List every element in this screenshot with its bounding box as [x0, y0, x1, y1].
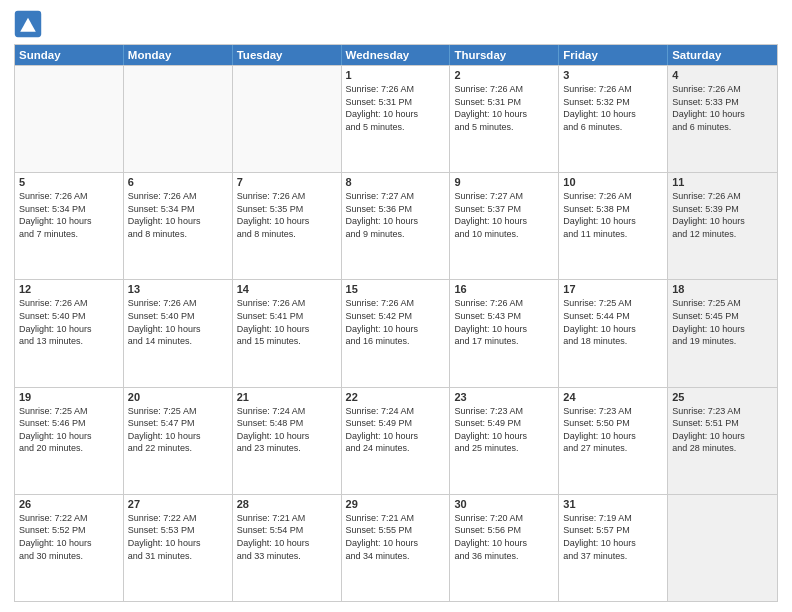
day-number: 31: [563, 498, 663, 510]
day-info: Sunrise: 7:27 AM Sunset: 5:36 PM Dayligh…: [346, 190, 446, 240]
day-number: 16: [454, 283, 554, 295]
weekday-header-tuesday: Tuesday: [233, 45, 342, 65]
day-info: Sunrise: 7:26 AM Sunset: 5:34 PM Dayligh…: [128, 190, 228, 240]
header: [14, 10, 778, 38]
day-info: Sunrise: 7:26 AM Sunset: 5:35 PM Dayligh…: [237, 190, 337, 240]
day-info: Sunrise: 7:21 AM Sunset: 5:54 PM Dayligh…: [237, 512, 337, 562]
cal-cell-2-1: 5Sunrise: 7:26 AM Sunset: 5:34 PM Daylig…: [15, 173, 124, 279]
cal-cell-5-3: 28Sunrise: 7:21 AM Sunset: 5:54 PM Dayli…: [233, 495, 342, 601]
day-info: Sunrise: 7:26 AM Sunset: 5:34 PM Dayligh…: [19, 190, 119, 240]
day-number: 8: [346, 176, 446, 188]
cal-cell-2-5: 9Sunrise: 7:27 AM Sunset: 5:37 PM Daylig…: [450, 173, 559, 279]
week-row-2: 5Sunrise: 7:26 AM Sunset: 5:34 PM Daylig…: [15, 172, 777, 279]
cal-cell-2-3: 7Sunrise: 7:26 AM Sunset: 5:35 PM Daylig…: [233, 173, 342, 279]
cal-cell-3-5: 16Sunrise: 7:26 AM Sunset: 5:43 PM Dayli…: [450, 280, 559, 386]
week-row-4: 19Sunrise: 7:25 AM Sunset: 5:46 PM Dayli…: [15, 387, 777, 494]
day-number: 18: [672, 283, 773, 295]
day-info: Sunrise: 7:23 AM Sunset: 5:51 PM Dayligh…: [672, 405, 773, 455]
day-number: 17: [563, 283, 663, 295]
day-number: 24: [563, 391, 663, 403]
cal-cell-4-7: 25Sunrise: 7:23 AM Sunset: 5:51 PM Dayli…: [668, 388, 777, 494]
cal-cell-4-3: 21Sunrise: 7:24 AM Sunset: 5:48 PM Dayli…: [233, 388, 342, 494]
day-info: Sunrise: 7:22 AM Sunset: 5:53 PM Dayligh…: [128, 512, 228, 562]
day-info: Sunrise: 7:26 AM Sunset: 5:39 PM Dayligh…: [672, 190, 773, 240]
day-number: 2: [454, 69, 554, 81]
cal-cell-3-7: 18Sunrise: 7:25 AM Sunset: 5:45 PM Dayli…: [668, 280, 777, 386]
day-number: 12: [19, 283, 119, 295]
day-info: Sunrise: 7:22 AM Sunset: 5:52 PM Dayligh…: [19, 512, 119, 562]
day-info: Sunrise: 7:25 AM Sunset: 5:44 PM Dayligh…: [563, 297, 663, 347]
cal-cell-1-7: 4Sunrise: 7:26 AM Sunset: 5:33 PM Daylig…: [668, 66, 777, 172]
day-number: 27: [128, 498, 228, 510]
day-info: Sunrise: 7:25 AM Sunset: 5:46 PM Dayligh…: [19, 405, 119, 455]
day-info: Sunrise: 7:25 AM Sunset: 5:45 PM Dayligh…: [672, 297, 773, 347]
day-number: 30: [454, 498, 554, 510]
cal-cell-3-3: 14Sunrise: 7:26 AM Sunset: 5:41 PM Dayli…: [233, 280, 342, 386]
cal-cell-1-6: 3Sunrise: 7:26 AM Sunset: 5:32 PM Daylig…: [559, 66, 668, 172]
cal-cell-3-4: 15Sunrise: 7:26 AM Sunset: 5:42 PM Dayli…: [342, 280, 451, 386]
calendar-body: 1Sunrise: 7:26 AM Sunset: 5:31 PM Daylig…: [15, 65, 777, 601]
weekday-header-sunday: Sunday: [15, 45, 124, 65]
day-number: 25: [672, 391, 773, 403]
calendar: SundayMondayTuesdayWednesdayThursdayFrid…: [14, 44, 778, 602]
day-info: Sunrise: 7:26 AM Sunset: 5:42 PM Dayligh…: [346, 297, 446, 347]
day-number: 3: [563, 69, 663, 81]
cal-cell-3-1: 12Sunrise: 7:26 AM Sunset: 5:40 PM Dayli…: [15, 280, 124, 386]
logo: [14, 10, 44, 38]
cal-cell-3-6: 17Sunrise: 7:25 AM Sunset: 5:44 PM Dayli…: [559, 280, 668, 386]
day-number: 1: [346, 69, 446, 81]
day-info: Sunrise: 7:19 AM Sunset: 5:57 PM Dayligh…: [563, 512, 663, 562]
weekday-header-friday: Friday: [559, 45, 668, 65]
cal-cell-2-7: 11Sunrise: 7:26 AM Sunset: 5:39 PM Dayli…: [668, 173, 777, 279]
day-number: 23: [454, 391, 554, 403]
day-info: Sunrise: 7:21 AM Sunset: 5:55 PM Dayligh…: [346, 512, 446, 562]
day-info: Sunrise: 7:26 AM Sunset: 5:31 PM Dayligh…: [454, 83, 554, 133]
day-number: 26: [19, 498, 119, 510]
day-number: 19: [19, 391, 119, 403]
day-number: 20: [128, 391, 228, 403]
cal-cell-4-4: 22Sunrise: 7:24 AM Sunset: 5:49 PM Dayli…: [342, 388, 451, 494]
day-info: Sunrise: 7:26 AM Sunset: 5:32 PM Dayligh…: [563, 83, 663, 133]
weekday-header-thursday: Thursday: [450, 45, 559, 65]
day-number: 15: [346, 283, 446, 295]
day-number: 5: [19, 176, 119, 188]
cal-cell-4-2: 20Sunrise: 7:25 AM Sunset: 5:47 PM Dayli…: [124, 388, 233, 494]
day-info: Sunrise: 7:26 AM Sunset: 5:38 PM Dayligh…: [563, 190, 663, 240]
week-row-3: 12Sunrise: 7:26 AM Sunset: 5:40 PM Dayli…: [15, 279, 777, 386]
day-info: Sunrise: 7:24 AM Sunset: 5:48 PM Dayligh…: [237, 405, 337, 455]
cal-cell-1-2: [124, 66, 233, 172]
day-info: Sunrise: 7:26 AM Sunset: 5:31 PM Dayligh…: [346, 83, 446, 133]
cal-cell-5-5: 30Sunrise: 7:20 AM Sunset: 5:56 PM Dayli…: [450, 495, 559, 601]
logo-icon: [14, 10, 42, 38]
cal-cell-1-4: 1Sunrise: 7:26 AM Sunset: 5:31 PM Daylig…: [342, 66, 451, 172]
weekday-header-monday: Monday: [124, 45, 233, 65]
cal-cell-5-2: 27Sunrise: 7:22 AM Sunset: 5:53 PM Dayli…: [124, 495, 233, 601]
day-info: Sunrise: 7:26 AM Sunset: 5:33 PM Dayligh…: [672, 83, 773, 133]
day-info: Sunrise: 7:26 AM Sunset: 5:40 PM Dayligh…: [19, 297, 119, 347]
day-number: 7: [237, 176, 337, 188]
cal-cell-5-6: 31Sunrise: 7:19 AM Sunset: 5:57 PM Dayli…: [559, 495, 668, 601]
day-number: 14: [237, 283, 337, 295]
day-info: Sunrise: 7:26 AM Sunset: 5:40 PM Dayligh…: [128, 297, 228, 347]
day-info: Sunrise: 7:20 AM Sunset: 5:56 PM Dayligh…: [454, 512, 554, 562]
weekday-header-saturday: Saturday: [668, 45, 777, 65]
week-row-5: 26Sunrise: 7:22 AM Sunset: 5:52 PM Dayli…: [15, 494, 777, 601]
cal-cell-1-1: [15, 66, 124, 172]
day-number: 22: [346, 391, 446, 403]
day-info: Sunrise: 7:24 AM Sunset: 5:49 PM Dayligh…: [346, 405, 446, 455]
weekday-header-wednesday: Wednesday: [342, 45, 451, 65]
cal-cell-4-1: 19Sunrise: 7:25 AM Sunset: 5:46 PM Dayli…: [15, 388, 124, 494]
day-number: 10: [563, 176, 663, 188]
cal-cell-2-2: 6Sunrise: 7:26 AM Sunset: 5:34 PM Daylig…: [124, 173, 233, 279]
day-info: Sunrise: 7:26 AM Sunset: 5:41 PM Dayligh…: [237, 297, 337, 347]
cal-cell-5-7: [668, 495, 777, 601]
cal-cell-5-4: 29Sunrise: 7:21 AM Sunset: 5:55 PM Dayli…: [342, 495, 451, 601]
day-number: 4: [672, 69, 773, 81]
day-number: 6: [128, 176, 228, 188]
cal-cell-5-1: 26Sunrise: 7:22 AM Sunset: 5:52 PM Dayli…: [15, 495, 124, 601]
cal-cell-2-4: 8Sunrise: 7:27 AM Sunset: 5:36 PM Daylig…: [342, 173, 451, 279]
cal-cell-1-3: [233, 66, 342, 172]
cal-cell-4-5: 23Sunrise: 7:23 AM Sunset: 5:49 PM Dayli…: [450, 388, 559, 494]
calendar-header: SundayMondayTuesdayWednesdayThursdayFrid…: [15, 45, 777, 65]
day-info: Sunrise: 7:25 AM Sunset: 5:47 PM Dayligh…: [128, 405, 228, 455]
